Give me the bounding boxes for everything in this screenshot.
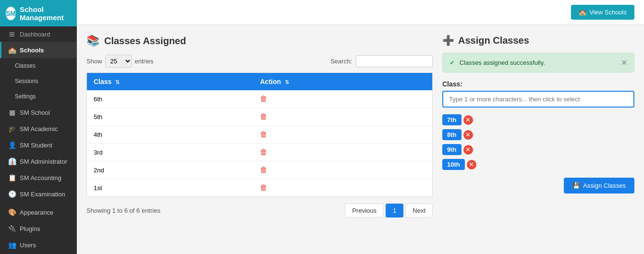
- search-row: Search:: [330, 55, 433, 67]
- sidebar-item-users[interactable]: 👥 Users: [0, 237, 77, 253]
- table-row: 4th 🗑: [87, 126, 433, 144]
- sidebar-item-label: Appearance: [20, 209, 53, 216]
- sessions-label: Sessions: [15, 78, 38, 85]
- show-entries-select[interactable]: 25 10 50 100: [105, 55, 132, 68]
- sidebar-item-sm-accounting[interactable]: 📋 SM Accounting: [0, 169, 77, 186]
- delete-button[interactable]: 🗑: [260, 130, 267, 139]
- success-message-text: Classes assigned successfully.: [460, 59, 545, 66]
- sm-school-icon: ▦: [8, 109, 16, 116]
- class-cell: 2nd: [87, 161, 254, 179]
- right-panel: ➕ Assign Classes ✔ Classes assigned succ…: [442, 35, 634, 244]
- table-row: 1st 🗑: [87, 179, 433, 197]
- sidebar-item-appearance[interactable]: 🎨 Appearance: [0, 204, 77, 220]
- page-1-button[interactable]: 1: [386, 204, 403, 218]
- class-cell: 3rd: [87, 144, 254, 161]
- class-cell: 4th: [87, 126, 254, 144]
- assign-classes-button[interactable]: 💾 Assign Classes: [564, 178, 634, 194]
- action-cell: 🗑: [253, 126, 432, 144]
- sidebar-item-classes[interactable]: Classes: [0, 58, 77, 73]
- action-cell: 🗑: [253, 90, 432, 108]
- sidebar-item-label: Users: [20, 242, 36, 249]
- tag-label: 7th: [442, 114, 462, 125]
- sm-exam-icon: 🕐: [8, 190, 16, 198]
- tag-remove-button[interactable]: ✕: [463, 115, 473, 125]
- sidebar-item-sm-academic[interactable]: 🎓 SM Academic: [0, 121, 77, 137]
- sidebar-item-sm-student[interactable]: 👤 SM Student: [0, 137, 77, 153]
- sidebar-item-label: SM Academic: [20, 125, 58, 133]
- users-icon: 👥: [8, 241, 16, 249]
- sidebar-item-settings[interactable]: Settings: [0, 89, 77, 104]
- pagination-buttons: Previous 1 Next: [345, 204, 433, 218]
- tag-remove-button[interactable]: ✕: [463, 145, 473, 155]
- class-tag: 9th ✕: [442, 144, 634, 155]
- right-panel-title-text: Assign Classes: [458, 35, 529, 46]
- sidebar-item-plugins[interactable]: 🔌 Plugins: [0, 220, 77, 237]
- logo-icon: SM: [6, 7, 16, 20]
- sidebar-item-label: SM School: [20, 109, 50, 116]
- class-form-label: Class:: [442, 80, 634, 88]
- sidebar-item-schools[interactable]: 🏫 Schools: [0, 42, 77, 58]
- search-label-text: Search:: [330, 58, 352, 65]
- assign-classes-icon: ➕: [442, 35, 454, 46]
- view-schools-icon: 🏫: [579, 9, 586, 16]
- class-tag: 10th ✕: [442, 159, 634, 170]
- delete-button[interactable]: 🗑: [260, 112, 267, 121]
- sidebar-item-sm-examination[interactable]: 🕐 SM Examination: [0, 186, 77, 202]
- pagination-row: Showing 1 to 6 of 6 entries Previous 1 N…: [86, 204, 433, 218]
- tag-container: 7th ✕ 8th ✕ 9th ✕ 10th ✕: [442, 114, 634, 170]
- class-tag: 7th ✕: [442, 114, 634, 125]
- table-header-action: Action ⇅: [253, 73, 432, 91]
- left-panel: 📚 Classes Assigned Show 25 10 50 100 ent…: [86, 35, 433, 244]
- action-cell: 🗑: [253, 179, 432, 197]
- left-panel-title: 📚 Classes Assigned: [86, 35, 433, 47]
- tag-label: 10th: [442, 159, 465, 170]
- sidebar-item-sm-administrator[interactable]: 👔 SM Administrator: [0, 153, 77, 169]
- sidebar-item-label: SM Student: [20, 142, 52, 149]
- previous-button[interactable]: Previous: [345, 204, 384, 218]
- search-input[interactable]: [356, 55, 433, 67]
- class-sort-icon[interactable]: ⇅: [115, 79, 120, 85]
- tag-label: 8th: [442, 129, 462, 140]
- sidebar-item-sessions[interactable]: Sessions: [0, 73, 77, 89]
- sm-admin-icon: 👔: [8, 157, 16, 165]
- classes-assigned-icon: 📚: [86, 35, 99, 47]
- content-area: 📚 Classes Assigned Show 25 10 50 100 ent…: [77, 25, 644, 254]
- show-entries-control: Show 25 10 50 100 entries: [86, 55, 154, 68]
- schools-icon: 🏫: [8, 46, 16, 54]
- dashboard-icon: ⊞: [8, 30, 16, 38]
- sidebar-item-sm-school[interactable]: ▦ SM School: [0, 104, 77, 121]
- sidebar-item-label: SM Examination: [20, 191, 65, 198]
- success-check-icon: ✔: [450, 59, 455, 66]
- table-row: 2nd 🗑: [87, 161, 433, 179]
- settings-label: Settings: [15, 93, 36, 100]
- tag-remove-button[interactable]: ✕: [467, 160, 476, 169]
- delete-button[interactable]: 🗑: [260, 148, 267, 157]
- table-controls: Show 25 10 50 100 entries Search:: [86, 55, 433, 68]
- sidebar-item-label: Plugins: [20, 225, 40, 232]
- action-sort-icon[interactable]: ⇅: [285, 79, 289, 85]
- logo-text: School Management: [20, 5, 71, 22]
- assign-button-row: 💾 Assign Classes: [442, 178, 634, 194]
- tag-remove-button[interactable]: ✕: [463, 130, 473, 140]
- delete-button[interactable]: 🗑: [260, 95, 267, 103]
- success-close-button[interactable]: ✕: [621, 58, 627, 67]
- next-button[interactable]: Next: [405, 204, 433, 218]
- class-cell: 5th: [87, 108, 254, 126]
- top-bar: 🏫 View Schools: [77, 0, 644, 25]
- delete-button[interactable]: 🗑: [260, 183, 267, 192]
- sidebar-logo: SM School Management: [0, 0, 77, 26]
- sidebar-item-label: Dashboard: [20, 31, 50, 38]
- table-header-class: Class ⇅: [87, 73, 254, 91]
- class-search-input[interactable]: [442, 91, 634, 108]
- sidebar-item-dashboard[interactable]: ⊞ Dashboard: [0, 26, 77, 42]
- sm-academic-icon: 🎓: [8, 125, 16, 133]
- success-message-row: ✔ Classes assigned successfully.: [450, 59, 545, 66]
- view-schools-button[interactable]: 🏫 View Schools: [571, 5, 634, 20]
- delete-button[interactable]: 🗑: [260, 166, 267, 174]
- plugins-icon: 🔌: [8, 225, 16, 232]
- class-cell: 1st: [87, 179, 254, 197]
- tag-label: 9th: [442, 144, 462, 155]
- table-row: 5th 🗑: [87, 108, 433, 126]
- entries-label-text: entries: [135, 58, 154, 65]
- right-panel-title: ➕ Assign Classes: [442, 35, 634, 46]
